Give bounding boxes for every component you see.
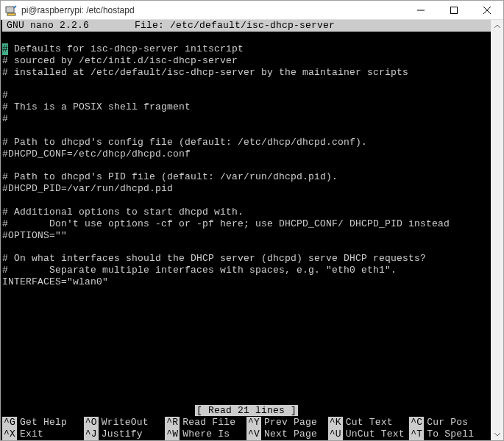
shortcut-label: WriteOut: [102, 417, 149, 429]
cursor: #: [2, 43, 8, 55]
svg-rect-4: [450, 7, 457, 13]
terminal-area: GNU nano 2.2.6 File: /etc/default/isc-dh…: [1, 20, 503, 440]
shortcut-key: ^W: [165, 429, 180, 440]
minimize-button[interactable]: [404, 1, 437, 20]
minimize-icon: [417, 7, 425, 14]
nano-blank-line: [2, 32, 491, 43]
putty-icon: [5, 4, 17, 16]
nano-shortcut: ^VNext Page: [246, 429, 328, 440]
nano-content[interactable]: # Defaults for isc-dhcp-server initscrip…: [2, 43, 491, 406]
shortcut-label: Get Help: [20, 417, 67, 429]
close-icon: [483, 7, 491, 14]
nano-shortcut: ^YPrev Page: [246, 417, 328, 429]
chevron-down-icon: [494, 433, 500, 436]
shortcut-label: Next Page: [264, 429, 317, 440]
file-line: #: [2, 113, 491, 125]
maximize-button[interactable]: [437, 1, 470, 20]
nano-shortcut: ^TTo Spell: [409, 429, 491, 440]
shortcut-label: Read File: [182, 417, 235, 429]
shortcut-label: UnCut Text: [346, 429, 405, 440]
shortcut-key: ^T: [409, 429, 424, 440]
shortcut-label: Exit: [20, 429, 43, 440]
svg-line-2: [14, 6, 16, 8]
file-line: [2, 159, 491, 171]
nano-shortcut: ^UUnCut Text: [328, 429, 410, 440]
file-line: # This is a POSIX shell fragment: [2, 101, 491, 113]
nano-shortcut: ^JJustify: [84, 429, 166, 440]
scroll-down-button[interactable]: [491, 428, 503, 440]
file-line: # Defaults for isc-dhcp-server initscrip…: [2, 43, 491, 55]
shortcut-label: Cut Text: [346, 417, 393, 429]
file-line: # Additional options to start dhcpd with…: [2, 207, 491, 218]
window-controls: [404, 1, 503, 20]
window: pi@raspberrypi: /etc/hostapd GNU nano 2.…: [0, 0, 504, 441]
titlebar[interactable]: pi@raspberrypi: /etc/hostapd: [1, 1, 503, 20]
shortcut-label: Cur Pos: [427, 417, 468, 429]
file-line: [2, 125, 491, 137]
nano-status-bar: [ Read 21 lines ]: [2, 405, 491, 417]
window-title: pi@raspberrypi: /etc/hostapd: [21, 5, 404, 15]
shortcut-label: Justify: [102, 429, 143, 440]
svg-rect-1: [7, 13, 15, 15]
file-line: # Path to dhcpd's config file (default: …: [2, 137, 491, 148]
shortcut-key: ^K: [328, 417, 343, 429]
shortcut-key: ^C: [409, 417, 424, 429]
file-line: # Don't use options -cf or -pf here; use…: [2, 218, 491, 230]
nano-shortcut: ^WWhere Is: [165, 429, 246, 440]
nano-file-label: File: /etc/default/isc-dhcp-server: [135, 20, 491, 32]
shortcut-key: ^R: [165, 417, 180, 429]
svg-rect-0: [6, 7, 14, 12]
nano-shortcut: ^GGet Help: [2, 417, 84, 429]
scrollbar[interactable]: [491, 20, 503, 440]
nano-version: GNU nano 2.2.6: [2, 20, 135, 32]
file-line: # Separate multiple interfaces with spac…: [2, 265, 491, 276]
chevron-up-icon: [494, 25, 500, 28]
file-line: # sourced by /etc/init.d/isc-dhcp-server: [2, 55, 491, 67]
file-line: # Path to dhcpd's PID file (default: /va…: [2, 171, 491, 183]
nano-shortcut: ^RRead File: [165, 417, 246, 429]
nano-shortcut: ^OWriteOut: [84, 417, 166, 429]
maximize-icon: [450, 7, 458, 14]
nano-header: GNU nano 2.2.6 File: /etc/default/isc-dh…: [2, 20, 491, 32]
file-line: #DHCPD_CONF=/etc/dhcp/dhcpd.conf: [2, 148, 491, 160]
shortcut-key: ^X: [2, 429, 17, 440]
shortcut-key: ^G: [2, 417, 17, 429]
file-line: [2, 78, 491, 90]
nano-status-text: [ Read 21 lines ]: [195, 405, 298, 416]
close-button[interactable]: [470, 1, 503, 20]
shortcut-key: ^Y: [246, 417, 261, 429]
shortcut-label: Where Is: [182, 429, 230, 440]
file-line: #OPTIONS="": [2, 230, 491, 242]
shortcut-label: Prev Page: [264, 417, 317, 429]
file-line: [2, 241, 491, 253]
file-line: INTERFACES="wlan0": [2, 276, 491, 288]
nano-shortcut: ^KCut Text: [328, 417, 410, 429]
shortcut-key: ^J: [84, 429, 99, 440]
file-line: [2, 195, 491, 207]
file-line: #DHCPD_PID=/var/run/dhcpd.pid: [2, 183, 491, 195]
nano-shortcut: ^CCur Pos: [409, 417, 491, 429]
nano-shortcut: ^XExit: [2, 429, 84, 440]
file-line: #: [2, 90, 491, 101]
file-line: # On what interfaces should the DHCP ser…: [2, 253, 491, 265]
shortcut-label: To Spell: [427, 429, 474, 440]
scroll-up-button[interactable]: [491, 20, 503, 32]
nano-shortcuts: ^GGet Help^OWriteOut^RRead File^YPrev Pa…: [2, 417, 491, 440]
shortcut-key: ^O: [84, 417, 99, 429]
shortcut-key: ^U: [328, 429, 343, 440]
file-line: # installed at /etc/default/isc-dhcp-ser…: [2, 67, 491, 79]
shortcut-key: ^V: [246, 429, 261, 440]
terminal[interactable]: GNU nano 2.2.6 File: /etc/default/isc-dh…: [1, 20, 491, 440]
